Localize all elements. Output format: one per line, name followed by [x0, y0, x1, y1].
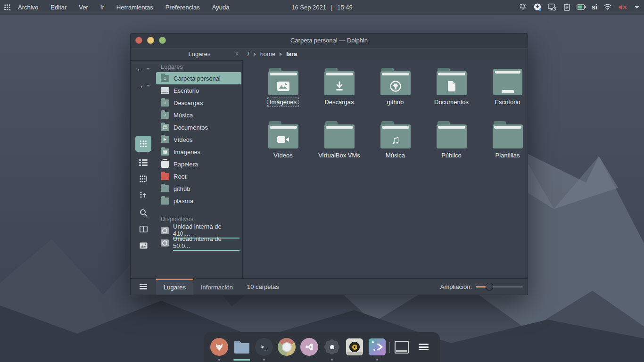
menu-herramientas[interactable]: Herramientas [116, 4, 153, 11]
sidebar-item-videos[interactable]: ▶ Vídeos [156, 133, 242, 146]
sidebar-item-github[interactable]: github [156, 182, 242, 195]
display-schedule-icon[interactable] [548, 3, 556, 11]
places-panel-close-icon[interactable]: × [235, 48, 239, 60]
desktop-folder-icon [493, 69, 522, 95]
device-label: Unidad interna de 50.0... [173, 235, 239, 251]
sidebar-device-2[interactable]: Unidad interna de 50.0... [156, 237, 242, 249]
keyboard-layout-indicator[interactable]: si [592, 3, 597, 11]
icons-view-button[interactable] [135, 136, 151, 152]
dock-settings-button[interactable] [323, 338, 341, 356]
search-button[interactable] [135, 206, 151, 220]
dock-terminal-button[interactable]: >_ [255, 338, 273, 356]
dock-firefox-button[interactable] [210, 338, 228, 356]
menu-archivo[interactable]: Archivo [18, 4, 38, 11]
tab-lugares[interactable]: Lugares [156, 279, 193, 295]
menu-ir[interactable]: Ir [100, 4, 104, 11]
folder-escritorio[interactable]: Escritorio [479, 68, 536, 113]
breadcrumb-root[interactable]: / [248, 50, 249, 58]
dock-vscode-button[interactable] [300, 338, 318, 356]
sort-button[interactable] [135, 188, 151, 202]
sidebar-item-documentos[interactable]: ▤ Documentos [156, 121, 242, 133]
forward-arrow-icon: → [136, 82, 144, 90]
folder-virtualbox-vms[interactable]: VirtualBox VMs [311, 121, 367, 166]
sidebar-item-label: Documentos [173, 124, 208, 131]
wifi-icon[interactable] [603, 3, 612, 11]
back-button[interactable]: ← [136, 65, 150, 73]
zoom-slider[interactable] [476, 283, 523, 290]
split-view-button[interactable] [135, 222, 151, 236]
folder-label[interactable]: Descargas [322, 98, 355, 106]
dock-menu-icon [419, 342, 429, 351]
sidebar-item-escritorio[interactable]: Escritorio [156, 84, 242, 97]
tray-expand-chevron-icon[interactable] [633, 3, 641, 11]
folder-label[interactable]: Música [384, 151, 407, 159]
folder-publico[interactable]: Público [423, 121, 479, 166]
places-section-header: Lugares [156, 60, 242, 72]
dock-media-player-button[interactable] [346, 338, 363, 356]
folder-label[interactable]: Público [439, 151, 463, 159]
preview-image-icon [140, 242, 148, 249]
sidebar-item-imagenes[interactable]: ▦ Imágenes [156, 146, 242, 158]
github-emblem-icon [389, 80, 402, 92]
forward-button[interactable]: → [136, 82, 150, 90]
back-history-caret-icon[interactable] [146, 68, 150, 70]
folder-musica[interactable]: ♫ Música [367, 121, 423, 166]
zoom-slider-knob[interactable] [486, 283, 493, 290]
folder-label[interactable]: Escritorio [493, 98, 522, 106]
folder-label[interactable]: Vídeos [272, 151, 294, 159]
menu-preferencias[interactable]: Preferencias [165, 4, 200, 11]
running-indicator-settings [331, 359, 333, 361]
panel-clock[interactable]: 16 Sep 2021 | 15:49 [291, 4, 353, 11]
panel-menu-button[interactable] [131, 283, 156, 290]
sidebar-item-descargas[interactable]: ↓ Descargas [156, 97, 242, 109]
sidebar-item-papelera[interactable]: Papelera [156, 158, 242, 170]
breadcrumb-caret-icon [280, 52, 282, 56]
folder-videos[interactable]: Vídeos [255, 121, 311, 166]
dock-chromium-button[interactable] [278, 338, 296, 356]
folder-label[interactable]: Plantillas [493, 151, 521, 159]
dock-app-menu-button[interactable] [416, 338, 431, 356]
folder-imagenes[interactable]: Imágenes [255, 68, 311, 113]
dock-plasma-app-button[interactable] [368, 338, 386, 356]
sidebar-item-musica[interactable]: ♪ Música [156, 109, 242, 121]
active-indicator-file-manager [233, 359, 250, 361]
compact-view-button[interactable] [135, 172, 151, 186]
sidebar-item-label: Carpeta personal [173, 75, 221, 82]
list-view-button[interactable] [135, 156, 151, 170]
dock-show-desktop-button[interactable] [394, 338, 409, 356]
app-launcher-grid-icon[interactable] [0, 0, 14, 14]
videos-folder-icon: ▶ [161, 136, 169, 143]
tab-informacion[interactable]: Información [193, 279, 240, 295]
zoom-control: Ampliación: [440, 283, 523, 290]
home-folder-icon: ⌂ [161, 75, 169, 82]
global-menubar: Archivo Editar Ver Ir Herramientas Prefe… [18, 4, 229, 11]
folder-plantillas[interactable]: Plantillas [479, 121, 536, 166]
volume-muted-icon[interactable] [618, 3, 627, 11]
updates-icon[interactable] [533, 3, 542, 11]
sidebar-item-root[interactable]: Root [156, 170, 242, 182]
notifications-bell-icon[interactable] [519, 3, 527, 11]
sidebar-item-plasma[interactable]: plasma [156, 195, 242, 207]
sidebar-item-label: Escritorio [173, 87, 199, 94]
window-titlebar[interactable]: Carpeta personal — Dolphin [131, 33, 528, 48]
dock-file-manager-button[interactable] [233, 338, 251, 356]
folder-label[interactable]: VirtualBox VMs [316, 151, 362, 159]
folder-label[interactable]: github [385, 98, 405, 106]
folder-label[interactable]: Imágenes [268, 98, 298, 106]
preview-button[interactable] [135, 239, 151, 253]
folder-label[interactable]: Documentos [432, 98, 471, 106]
folder-descargas[interactable]: Descargas [311, 68, 367, 113]
folder-documentos[interactable]: Documentos [423, 68, 479, 113]
menu-ver[interactable]: Ver [79, 4, 88, 11]
battery-icon[interactable] [577, 3, 586, 11]
menu-editar[interactable]: Editar [50, 4, 66, 11]
forward-history-caret-icon[interactable] [146, 85, 150, 87]
folder-grid: Imágenes Descargas github [255, 68, 536, 166]
status-bar: Lugares Información 10 carpetas Ampliaci… [131, 278, 528, 295]
menu-ayuda[interactable]: Ayuda [212, 4, 230, 11]
folder-github[interactable]: github [367, 68, 423, 113]
sidebar-item-carpeta-personal[interactable]: ⌂ Carpeta personal [156, 72, 241, 84]
clipboard-icon[interactable] [562, 3, 571, 11]
breadcrumb-current[interactable]: lara [286, 50, 297, 58]
breadcrumb-home[interactable]: home [260, 50, 276, 58]
